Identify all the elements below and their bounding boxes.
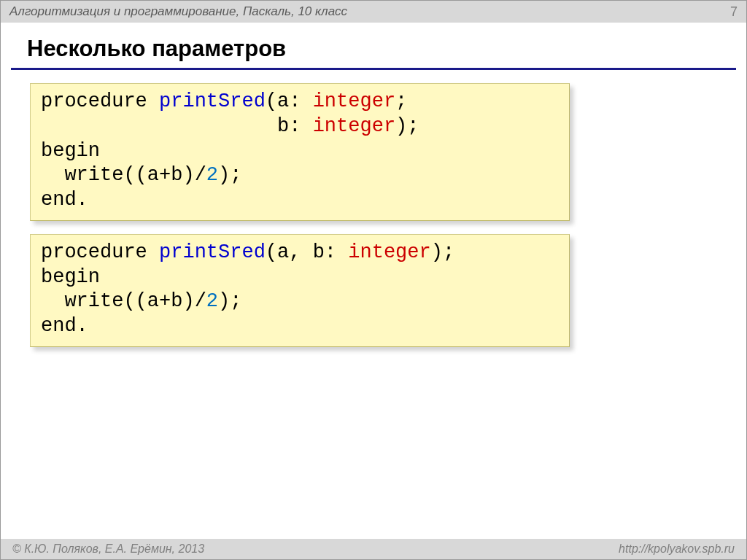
code-text: (a, b: <box>266 241 348 263</box>
code-procname: printSred <box>159 241 266 263</box>
code-text: write((a+b)/ <box>41 290 206 312</box>
code-text: procedure <box>41 90 159 112</box>
code-text: ; <box>395 90 407 112</box>
title-divider <box>11 68 736 70</box>
code-type: integer <box>313 90 395 112</box>
slide: Алгоритмизация и программирование, Паска… <box>0 0 747 560</box>
code-text: procedure <box>41 241 159 263</box>
code-procname: printSred <box>159 90 266 112</box>
code-text: write((a+b)/ <box>41 164 206 186</box>
code-text: end. <box>41 315 88 337</box>
code-text: b: <box>41 115 313 137</box>
code-number: 2 <box>206 290 218 312</box>
code-block-1: procedure printSred(a: integer; b: integ… <box>30 83 570 221</box>
slide-title: Несколько параметров <box>27 36 746 62</box>
footer-url: http://kpolyakov.spb.ru <box>619 542 735 556</box>
footer-copyright: © К.Ю. Поляков, Е.А. Ерёмин, 2013 <box>12 542 204 556</box>
code-block-2: procedure printSred(a, b: integer); begi… <box>30 234 570 347</box>
code-text: ); <box>218 164 241 186</box>
code-text: (a: <box>266 90 313 112</box>
code-type: integer <box>313 115 395 137</box>
code-text: begin <box>41 266 100 288</box>
code-type: integer <box>348 241 430 263</box>
code-text: begin <box>41 140 100 162</box>
code-text: ); <box>218 290 241 312</box>
page-number: 7 <box>730 4 738 20</box>
footer-bar: © К.Ю. Поляков, Е.А. Ерёмин, 2013 http:/… <box>1 539 746 559</box>
header-subject: Алгоритмизация и программирование, Паска… <box>9 4 347 19</box>
code-number: 2 <box>206 164 218 186</box>
code-text: ); <box>395 115 419 137</box>
header-bar: Алгоритмизация и программирование, Паска… <box>1 1 746 23</box>
code-text: ); <box>431 241 454 263</box>
code-text: end. <box>41 189 88 211</box>
